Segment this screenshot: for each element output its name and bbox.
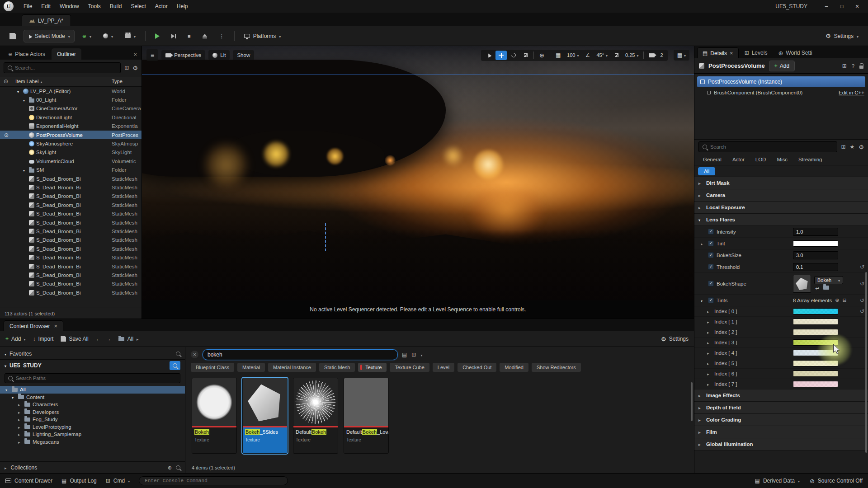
grid-snap-toggle[interactable] xyxy=(552,51,564,60)
chevron-down-icon[interactable] xyxy=(420,352,422,358)
source-control-button[interactable]: Source Control Off xyxy=(810,478,863,484)
filter-chip[interactable]: Material xyxy=(237,363,265,372)
all-filter-pill[interactable]: All xyxy=(698,167,715,175)
override-checkbox[interactable] xyxy=(708,281,714,286)
project-root-row[interactable]: UE5_STUDY xyxy=(0,359,185,371)
override-checkbox[interactable] xyxy=(708,297,714,303)
tab-details[interactable]: Details xyxy=(697,47,739,58)
outliner-row[interactable]: S_Dead_Broom_Bi StaticMesh xyxy=(0,209,142,218)
scale-snap-toggle[interactable] xyxy=(611,51,622,60)
outliner-row[interactable]: S_Dead_Broom_Bi StaticMesh xyxy=(0,227,142,235)
tint-color-swatch[interactable] xyxy=(793,308,838,314)
expander-icon[interactable] xyxy=(707,350,712,356)
asset-tile[interactable]: DefaultBokeh_Low Texture xyxy=(344,378,389,454)
view-mode-dropdown[interactable]: Lit xyxy=(208,50,230,60)
play-button[interactable] xyxy=(151,31,164,42)
tint-color-swatch[interactable] xyxy=(793,329,838,335)
filter-chip[interactable]: Material Instance xyxy=(268,363,316,372)
outliner-row[interactable]: VolumetricCloud Volumetric xyxy=(0,157,142,165)
tint-color-swatch[interactable] xyxy=(793,360,838,366)
instance-row[interactable]: PostProcessVolume (Instance) xyxy=(697,76,865,87)
expander-icon[interactable] xyxy=(707,371,712,376)
outliner-row[interactable]: CineCameraActor CineCamera xyxy=(0,104,142,113)
outliner-row[interactable]: S_Dead_Broom_Bi StaticMesh xyxy=(0,271,142,279)
import-button[interactable]: Import xyxy=(33,336,53,342)
console-command-input[interactable] xyxy=(139,476,288,485)
close-icon[interactable] xyxy=(54,323,57,329)
outliner-search-input[interactable] xyxy=(15,65,117,70)
expander-icon[interactable] xyxy=(701,241,705,246)
derived-data-button[interactable]: Derived Data xyxy=(755,478,800,484)
category-tab[interactable]: Misc xyxy=(772,156,793,163)
eye-icon[interactable] xyxy=(4,132,9,138)
tint-color-swatch[interactable] xyxy=(793,350,838,356)
outliner-row[interactable]: PostProcessVolume PostProces xyxy=(0,131,142,139)
outliner-row[interactable]: SM Folder xyxy=(0,166,142,174)
outliner-options-icon[interactable] xyxy=(124,65,129,71)
category-tab[interactable]: Streaming xyxy=(793,156,827,163)
expander-closed-icon[interactable] xyxy=(18,402,22,407)
search-icon[interactable] xyxy=(176,352,180,356)
select-mode-dropdown[interactable]: Select Mode xyxy=(24,30,75,42)
column-item-label[interactable]: Item Label xyxy=(15,79,112,84)
menu-item[interactable]: Build xyxy=(105,0,127,13)
override-checkbox[interactable] xyxy=(708,264,714,270)
expander-icon[interactable] xyxy=(707,309,712,314)
details-search-box[interactable] xyxy=(698,141,837,152)
expander-icon[interactable] xyxy=(707,361,712,366)
tab-levels[interactable]: Levels xyxy=(740,47,773,58)
outliner-row[interactable]: S_Dead_Broom_Bi StaticMesh xyxy=(0,218,142,227)
close-panel-icon[interactable] xyxy=(133,51,139,60)
details-search-input[interactable] xyxy=(710,144,833,150)
settings-dropdown[interactable]: Settings xyxy=(821,30,863,42)
expander-icon[interactable] xyxy=(23,97,27,103)
threshold-input[interactable] xyxy=(793,263,838,271)
expander-closed-icon[interactable] xyxy=(18,417,22,422)
category-header[interactable]: Dirt Mask xyxy=(694,177,868,189)
filter-chip[interactable]: Show Redirectors xyxy=(532,363,581,372)
cinematics-dropdown[interactable] xyxy=(121,30,140,42)
eject-button[interactable] xyxy=(198,31,211,41)
filter-chip[interactable]: Texture Cube xyxy=(390,363,429,372)
filter-icon[interactable] xyxy=(411,352,416,358)
save-button[interactable] xyxy=(5,30,20,42)
outliner-row[interactable]: SkyAtmosphere SkyAtmosp xyxy=(0,139,142,148)
gear-icon[interactable] xyxy=(132,65,138,71)
expander-icon[interactable] xyxy=(707,319,712,324)
tint-color-swatch[interactable] xyxy=(793,319,838,325)
outliner-row[interactable]: S_Dead_Broom_Bi StaticMesh xyxy=(0,174,142,183)
folder-tree-item[interactable]: Megascans xyxy=(0,438,185,446)
expander-icon[interactable] xyxy=(707,381,712,387)
expander-closed-icon[interactable] xyxy=(18,432,22,437)
add-component-button[interactable]: Add xyxy=(769,61,795,71)
outliner-row[interactable]: S_Dead_Broom_Bi StaticMesh xyxy=(0,280,142,288)
outliner-row[interactable]: S_Dead_Broom_Bi StaticMesh xyxy=(0,183,142,192)
outliner-row[interactable]: ExponentialHeight Exponentia xyxy=(0,122,142,131)
camera-speed-value[interactable]: 2 xyxy=(658,52,665,58)
folder-tree-item[interactable]: Lighting_Samplemap xyxy=(0,431,185,438)
rotation-snap-value[interactable]: 45° xyxy=(594,52,610,58)
outliner-row[interactable]: S_Dead_Broom_Bi StaticMesh xyxy=(0,288,142,297)
search-icon[interactable] xyxy=(176,465,180,470)
gear-icon[interactable] xyxy=(859,144,864,150)
filter-chip[interactable]: Texture xyxy=(358,363,387,372)
tint-color-swatch[interactable] xyxy=(793,240,838,247)
expander-open-icon[interactable] xyxy=(5,387,9,392)
override-checkbox[interactable] xyxy=(708,229,714,235)
folder-tree-item[interactable]: Fog_Study xyxy=(0,416,185,423)
tint-color-swatch[interactable] xyxy=(793,381,838,387)
menu-item[interactable]: Window xyxy=(55,0,84,13)
category-header[interactable]: Film xyxy=(694,426,868,438)
add-array-element-icon[interactable] xyxy=(835,297,839,303)
select-tool-button[interactable] xyxy=(483,51,495,60)
bokeh-shape-dropdown[interactable]: Bokeh xyxy=(814,276,843,284)
save-search-icon[interactable] xyxy=(402,352,407,358)
outliner-row[interactable]: DirectionalLight Directional xyxy=(0,113,142,122)
filter-chip[interactable]: Modified xyxy=(500,363,528,372)
outliner-row[interactable]: S_Dead_Broom_Bi StaticMesh xyxy=(0,262,142,271)
search-paths-input[interactable] xyxy=(16,375,177,381)
edit-in-cpp-link[interactable]: Edit in C++ xyxy=(839,90,864,95)
maximize-button[interactable] xyxy=(835,1,849,12)
folder-tree-item[interactable]: LevelPrototyping xyxy=(0,423,185,431)
scale-snap-value[interactable]: 0.25 xyxy=(623,52,641,58)
